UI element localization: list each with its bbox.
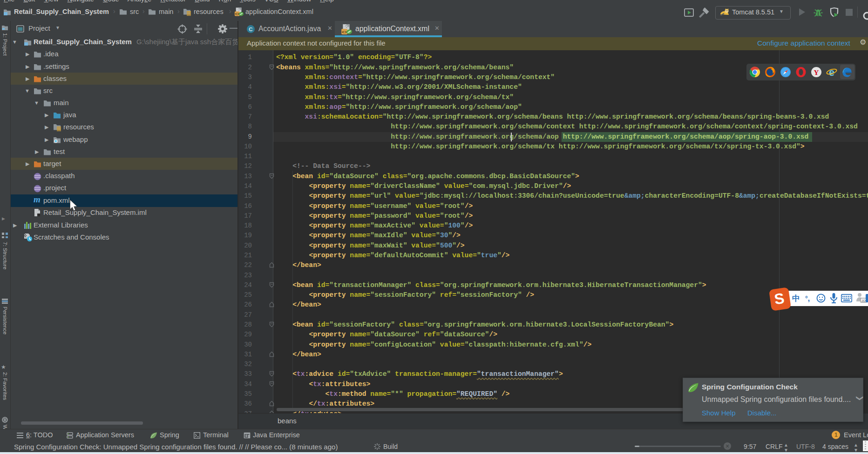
svg-text:<>: <> [342,30,347,35]
svg-text:C: C [249,27,252,32]
svg-text:e: e [829,67,834,78]
svg-text:Y: Y [814,69,819,76]
svg-text:<>: <> [235,12,239,16]
